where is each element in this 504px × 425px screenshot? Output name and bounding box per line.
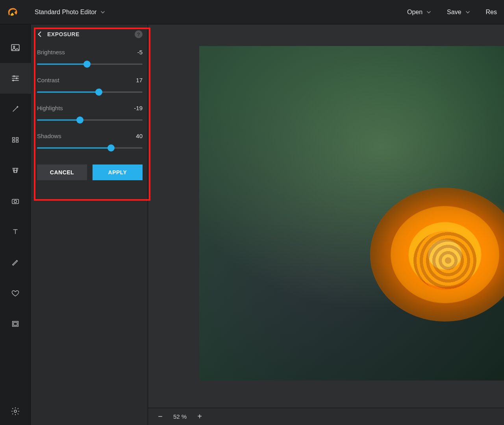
panel-header: EXPOSURE ? — [35, 28, 145, 46]
editor-mode-select[interactable]: Standard Photo Editor — [35, 9, 105, 16]
preview-image — [199, 46, 504, 381]
rail-lens-icon[interactable] — [0, 186, 31, 216]
svg-rect-7 — [12, 140, 15, 142]
app-root: Standard Photo Editor Open Save Res — [0, 0, 504, 425]
slider-value: 17 — [136, 77, 143, 83]
highlights-slider[interactable] — [37, 116, 143, 124]
contrast-slider[interactable] — [37, 88, 143, 96]
rail-adjust-icon[interactable] — [0, 63, 31, 94]
zoom-in-button[interactable]: + — [195, 412, 205, 422]
rail-brush-icon[interactable] — [0, 247, 31, 278]
slider-thumb[interactable] — [107, 144, 115, 152]
exposure-panel: EXPOSURE ? Brightness-5Contrast17Highlig… — [35, 28, 145, 188]
rail-grid-icon[interactable] — [0, 124, 31, 155]
slider-thumb[interactable] — [95, 89, 102, 96]
rail-text-icon[interactable] — [0, 216, 31, 247]
brightness-slider[interactable] — [37, 60, 143, 68]
slider-value: -19 — [134, 105, 143, 111]
save-label: Save — [447, 9, 461, 16]
slider-value: 40 — [136, 133, 143, 139]
topbar: Standard Photo Editor Open Save Res — [0, 0, 504, 24]
back-button[interactable] — [35, 30, 44, 39]
panel-title: EXPOSURE — [47, 31, 80, 37]
app-logo-icon — [7, 6, 19, 18]
slider-value: -5 — [137, 49, 143, 55]
reset-label: Res — [486, 9, 497, 16]
canvas-stage[interactable] — [148, 24, 504, 425]
slider-label: Highlights — [37, 105, 63, 111]
svg-point-2 — [13, 75, 15, 77]
topbar-right: Open Save Res — [407, 9, 497, 16]
slider-thumb[interactable] — [83, 61, 91, 68]
shadows-slider[interactable] — [37, 144, 143, 152]
help-icon[interactable]: ? — [135, 30, 143, 38]
cancel-button[interactable]: CANCEL — [37, 164, 87, 180]
slider-label: Shadows — [37, 133, 61, 139]
editor-mode-label: Standard Photo Editor — [35, 9, 96, 16]
open-menu[interactable]: Open — [407, 9, 431, 16]
slider-label: Contrast — [37, 77, 59, 83]
chevron-down-icon — [100, 10, 105, 15]
rail-perspective-icon[interactable] — [0, 155, 31, 186]
side-panel: EXPOSURE ? Brightness-5Contrast17Highlig… — [31, 24, 148, 425]
svg-rect-6 — [16, 138, 18, 140]
zoom-out-button[interactable]: − — [155, 412, 165, 422]
svg-point-3 — [16, 78, 17, 79]
save-menu[interactable]: Save — [447, 9, 470, 16]
slider-thumb[interactable] — [76, 116, 83, 124]
svg-rect-5 — [12, 138, 15, 140]
panel-actions: CANCEL APPLY — [35, 158, 145, 180]
slider-label: Brightness — [37, 49, 65, 55]
svg-point-4 — [12, 79, 14, 81]
svg-point-10 — [14, 200, 16, 203]
svg-point-1 — [13, 46, 15, 47]
slider-row-highlights: Highlights-19 — [35, 102, 145, 130]
rail-settings-icon[interactable] — [0, 397, 31, 425]
zoom-bar: − 52 % + — [148, 408, 504, 425]
rail-image-icon[interactable] — [0, 32, 31, 63]
chevron-down-icon — [426, 10, 431, 15]
reset-button[interactable]: Res — [486, 9, 497, 16]
rail-frame-icon[interactable] — [0, 309, 31, 339]
svg-rect-12 — [13, 322, 17, 325]
chevron-down-icon — [465, 10, 470, 15]
rail-wand-icon[interactable] — [0, 94, 31, 124]
svg-point-13 — [14, 410, 17, 412]
tool-rail — [0, 24, 31, 425]
zoom-value: 52 % — [173, 413, 187, 420]
slider-row-shadows: Shadows40 — [35, 130, 145, 158]
open-label: Open — [407, 9, 422, 16]
rail-heart-icon[interactable] — [0, 278, 31, 309]
slider-row-contrast: Contrast17 — [35, 74, 145, 102]
svg-rect-8 — [16, 140, 18, 142]
apply-button[interactable]: APPLY — [93, 164, 143, 180]
slider-row-brightness: Brightness-5 — [35, 46, 145, 74]
